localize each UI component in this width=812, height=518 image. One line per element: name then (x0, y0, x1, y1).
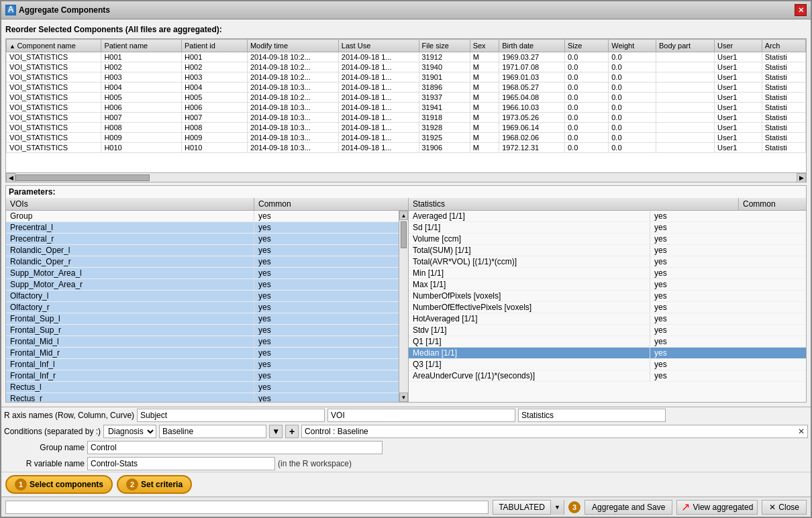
set-criteria-button[interactable]: 2 Set criteria (117, 475, 192, 494)
stat-name: Sd [1/1] (409, 222, 650, 233)
stat-row[interactable]: Volume [ccm]yes (409, 234, 806, 245)
voi-row[interactable]: Frontal_Sup_lyes (6, 313, 399, 325)
stat-row[interactable]: Max [1/1]yes (409, 279, 806, 291)
scroll-track[interactable] (15, 174, 797, 182)
voi-row[interactable]: Frontal_Mid_ryes (6, 348, 399, 359)
stat-row[interactable]: Q3 [1/1]yes (409, 359, 806, 370)
col-last-use[interactable]: Last Use (338, 40, 419, 52)
stat-row[interactable]: NumberOfEffectivePixels [voxels]yes (409, 302, 806, 313)
stat-row[interactable]: AreaUnderCurve [(1/1)*(seconds)]yes (409, 370, 806, 382)
table-row[interactable]: VOI_STATISTICSH010H0102014-09-18 10:3...… (7, 143, 806, 153)
table-cell: 1966.10.03 (499, 103, 565, 113)
vois-scroll-thumb[interactable] (401, 221, 407, 248)
table-row[interactable]: VOI_STATISTICSH009H0092014-09-18 10:3...… (7, 133, 806, 143)
voi-row[interactable]: Frontal_Sup_ryes (6, 325, 399, 336)
table-row[interactable]: VOI_STATISTICSH007H0072014-09-18 10:3...… (7, 113, 806, 123)
stat-row[interactable]: Total(SUM) [1/1]yes (409, 245, 806, 256)
voi-row[interactable]: Frontal_Inf_lyes (6, 359, 399, 370)
table-cell: 1968.02.06 (499, 133, 565, 143)
condition-tag-remove-button[interactable]: ✕ (798, 427, 805, 436)
col-arch[interactable]: Arch (762, 40, 805, 52)
voi-row[interactable]: Frontal_Mid_lyes (6, 336, 399, 348)
col-patient-name[interactable]: Patient name (101, 40, 182, 52)
group-name-input[interactable] (87, 441, 383, 454)
window-close-button[interactable]: ✕ (795, 4, 807, 16)
vois-scroll-track[interactable] (399, 220, 408, 393)
col-birth-date[interactable]: Birth date (499, 40, 565, 52)
voi-row[interactable]: Precentral_lyes (6, 222, 399, 234)
conditions-add-button[interactable]: + (285, 425, 299, 438)
voi-row[interactable]: Precentral_ryes (6, 234, 399, 245)
table-row[interactable]: VOI_STATISTICSH003H0032014-09-18 10:2...… (7, 72, 806, 83)
stat-row[interactable]: Stdv [1/1]yes (409, 325, 806, 336)
view-aggregated-button[interactable]: ↗ View aggregated (676, 500, 758, 515)
r-axis-voi-input[interactable] (327, 409, 515, 422)
voi-row[interactable]: Supp_Motor_Area_ryes (6, 279, 399, 291)
stat-row[interactable]: NumberOfPixels [voxels]yes (409, 291, 806, 302)
horizontal-scrollbar[interactable]: ◀ ▶ (6, 172, 806, 182)
voi-row[interactable]: Supp_Motor_Area_lyes (6, 268, 399, 279)
table-cell: User1 (714, 83, 762, 93)
components-table-container: Component name Patient name Patient id M… (5, 38, 807, 183)
table-cell: VOI_STATISTICS (7, 143, 101, 153)
voi-row[interactable]: Rectus_ryes (6, 393, 399, 402)
tabulated-arrow[interactable]: ▼ (550, 500, 564, 515)
tabulated-dropdown[interactable]: TABULATED ▼ (493, 500, 564, 515)
stat-row[interactable]: HotAveraged [1/1]yes (409, 313, 806, 325)
table-row[interactable]: VOI_STATISTICSH005H0052014-09-18 10:2...… (7, 93, 806, 103)
table-cell: H003 (182, 72, 248, 83)
r-axis-subject-input[interactable] (137, 409, 325, 422)
voi-row[interactable]: Groupyes (6, 211, 399, 222)
col-user[interactable]: User (714, 40, 762, 52)
table-row[interactable]: VOI_STATISTICSH002H0022014-09-18 10:2...… (7, 62, 806, 72)
col-size[interactable]: Size (565, 40, 609, 52)
voi-row[interactable]: Rolandic_Oper_lyes (6, 245, 399, 256)
table-row[interactable]: VOI_STATISTICSH008H0082014-09-18 10:3...… (7, 123, 806, 133)
table-row[interactable]: VOI_STATISTICSH004H0042014-09-18 10:3...… (7, 83, 806, 93)
table-cell: 1969.06.14 (499, 123, 565, 133)
vois-scrollbar[interactable]: ▲ ▼ (399, 211, 408, 402)
stat-row[interactable]: Averaged [1/1]yes (409, 211, 806, 222)
voi-row[interactable]: Olfactory_ryes (6, 302, 399, 313)
stat-row[interactable]: Sd [1/1]yes (409, 222, 806, 234)
r-axis-statistics-input[interactable] (518, 409, 666, 422)
table-cell: 1969.01.03 (499, 72, 565, 83)
scroll-right-btn[interactable]: ▶ (797, 173, 806, 183)
table-cell: M (470, 62, 499, 72)
voi-row[interactable]: Rolandic_Oper_ryes (6, 256, 399, 268)
col-patient-id[interactable]: Patient id (182, 40, 248, 52)
table-row[interactable]: VOI_STATISTICSH001H0012014-09-18 10:2...… (7, 52, 806, 62)
table-cell: H005 (182, 93, 248, 103)
scroll-thumb[interactable] (15, 174, 150, 181)
table-row[interactable]: VOI_STATISTICSH006H0062014-09-18 10:3...… (7, 103, 806, 113)
select-components-button[interactable]: 1 Select components (5, 475, 113, 494)
col-modify-time[interactable]: Modify time (247, 40, 338, 52)
vois-scroll-up[interactable]: ▲ (399, 211, 408, 220)
col-weight[interactable]: Weight (609, 40, 656, 52)
scroll-left-btn[interactable]: ◀ (6, 173, 15, 183)
table-cell: 1968.05.27 (499, 83, 565, 93)
vois-scroll-down[interactable]: ▼ (399, 393, 408, 402)
table-cell (656, 123, 714, 133)
rvar-name-input[interactable] (87, 457, 275, 470)
table-cell: H008 (182, 123, 248, 133)
col-body-part[interactable]: Body part (656, 40, 714, 52)
conditions-dropdown-arrow[interactable]: ▼ (269, 425, 283, 438)
col-component-name[interactable]: Component name (7, 40, 101, 52)
stat-row[interactable]: Q1 [1/1]yes (409, 336, 806, 348)
aggregate-save-button[interactable]: Aggregate and Save (585, 500, 672, 515)
table-cell: VOI_STATISTICS (7, 123, 101, 133)
close-button[interactable]: ✕ Close (762, 500, 807, 515)
group-label: Group name (4, 443, 85, 452)
conditions-type-dropdown[interactable]: Diagnosis (103, 425, 156, 438)
table-cell: 2014-09-18 10:2... (247, 93, 338, 103)
conditions-baseline-input[interactable] (159, 425, 266, 438)
voi-row[interactable]: Frontal_Inf_ryes (6, 370, 399, 382)
voi-row[interactable]: Olfactory_lyes (6, 291, 399, 302)
col-sex[interactable]: Sex (470, 40, 499, 52)
stat-row[interactable]: Total(AVR*VOL) [(1/1)*(ccm)]yes (409, 256, 806, 268)
voi-row[interactable]: Rectus_lyes (6, 382, 399, 393)
stat-row[interactable]: Median [1/1]yes (409, 348, 806, 359)
col-file-size[interactable]: File size (419, 40, 470, 52)
stat-row[interactable]: Min [1/1]yes (409, 268, 806, 279)
